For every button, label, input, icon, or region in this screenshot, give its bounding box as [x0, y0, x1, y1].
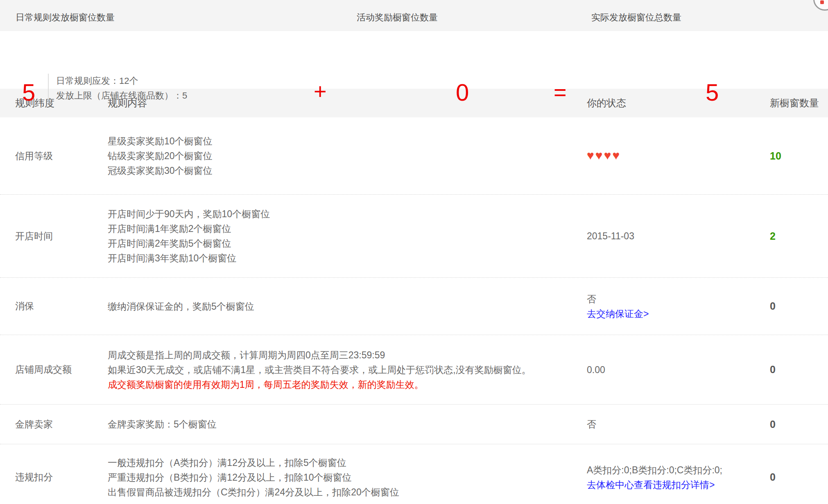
rule-content-line: 冠级卖家奖励30个橱窗位	[108, 163, 587, 178]
activity-reward-count-value: 0	[456, 81, 469, 104]
plus-sign: +	[314, 80, 327, 102]
rule-content-line: 开店时间少于90天内，奖励10个橱窗位	[108, 207, 587, 221]
daily-rule-due-line: 日常规则应发：12个	[56, 74, 187, 88]
rule-dimension: 金牌卖家	[0, 418, 108, 431]
rule-content: 一般违规扣分（A类扣分）满12分及以上，扣除5个橱窗位 严重违规扣分（B类扣分）…	[108, 455, 587, 500]
rule-content-line: 一般违规扣分（A类扣分）满12分及以上，扣除5个橱窗位	[108, 455, 587, 470]
new-window-count: 0	[770, 418, 828, 430]
rule-content: 缴纳消保保证金的，奖励5个橱窗位	[108, 299, 587, 314]
equals-sign: =	[554, 81, 567, 103]
rule-dimension: 信用等级	[0, 150, 108, 162]
rule-content: 星级卖家奖励10个橱窗位 钻级卖家奖励20个橱窗位 冠级卖家奖励30个橱窗位	[108, 134, 587, 178]
quota-formula-row: 5 日常规则应发：12个 发放上限（店铺在线商品数）：5 + 0 = 5	[0, 31, 828, 89]
rule-content-line: 出售假冒商品被违规扣分（C类扣分）满24分及以上，扣除20个橱窗位	[108, 485, 587, 500]
rule-content-line: 钻级卖家奖励20个橱窗位	[108, 148, 587, 163]
rule-content: 金牌卖家奖励：5个橱窗位	[108, 417, 587, 432]
table-row-gold-seller: 金牌卖家 金牌卖家奖励：5个橱窗位 否 0	[0, 404, 828, 444]
status-cell: A类扣分:0;B类扣分:0;C类扣分:0; 去体检中心查看违规扣分详情>	[587, 463, 770, 492]
status-cell: ♥♥♥♥	[587, 148, 770, 164]
rule-content-line: 开店时间满2年奖励5个橱窗位	[108, 236, 587, 251]
open-date-value: 2015-11-03	[587, 231, 634, 241]
table-row-violation-points: 违规扣分 一般违规扣分（A类扣分）满12分及以上，扣除5个橱窗位 严重违规扣分（…	[0, 444, 828, 504]
health-center-detail-link[interactable]: 去体检中心查看违规扣分详情>	[587, 477, 715, 492]
new-window-count: 0	[770, 471, 828, 483]
status-cell: 2015-11-03	[587, 229, 770, 243]
status-text: 否	[587, 419, 596, 430]
rule-content: 开店时间少于90天内，奖励10个橱窗位 开店时间满1年奖励2个橱窗位 开店时间满…	[108, 207, 587, 266]
daily-rule-cap-line: 发放上限（店铺在线商品数）：5	[56, 88, 187, 103]
status-cell: 否	[587, 417, 770, 432]
total-count-label: 实际发放橱窗位总数量	[591, 11, 681, 24]
turnover-value: 0.00	[587, 364, 605, 375]
table-row-weekly-turnover: 店铺周成交额 周成交额是指上周的周成交额，计算周期为周四0点至周三23:59:5…	[0, 335, 828, 404]
rule-dimension: 店铺周成交额	[0, 363, 108, 376]
rule-content-warning-line: 成交额奖励橱窗的使用有效期为1周，每周五老的奖励失效，新的奖励生效。	[108, 377, 587, 392]
new-window-count: 0	[770, 300, 828, 312]
rule-content-line: 如果近30天无成交，或店铺不满1星，或主营类目不符合要求，或上周处于惩罚状态,没…	[108, 362, 587, 377]
pay-deposit-link[interactable]: 去交纳保证金>	[587, 306, 649, 321]
status-text: 否	[587, 292, 770, 306]
table-row-consumer-protection: 消保 缴纳消保保证金的，奖励5个橱窗位 否 去交纳保证金> 0	[0, 277, 828, 335]
summary-header-bar: 日常规则发放橱窗位数量 活动奖励橱窗位数量 实际发放橱窗位总数量	[0, 0, 828, 31]
header-your-status: 你的状态	[587, 97, 770, 110]
rule-content: 周成交额是指上周的周成交额，计算周期为周四0点至周三23:59:59 如果近30…	[108, 348, 587, 392]
rule-dimension: 消保	[0, 300, 108, 313]
vertical-divider	[48, 74, 49, 103]
activity-reward-count-label: 活动奖励橱窗位数量	[357, 11, 438, 24]
violation-points-summary: A类扣分:0;B类扣分:0;C类扣分:0;	[587, 463, 770, 477]
daily-rule-count-label: 日常规则发放橱窗位数量	[16, 11, 115, 24]
daily-rule-count-value: 5	[22, 81, 35, 104]
table-row-open-time: 开店时间 开店时间少于90天内，奖励10个橱窗位 开店时间满1年奖励2个橱窗位 …	[0, 194, 828, 277]
rule-dimension: 违规扣分	[0, 471, 108, 484]
header-new-window-count: 新橱窗数量	[770, 97, 828, 110]
rule-content-line: 开店时间满1年奖励2个橱窗位	[108, 221, 587, 236]
daily-rule-detail: 日常规则应发：12个 发放上限（店铺在线商品数）：5	[56, 74, 187, 103]
rule-content-line: 金牌卖家奖励：5个橱窗位	[108, 417, 587, 432]
rule-dimension: 开店时间	[0, 230, 108, 243]
total-count-value: 5	[706, 81, 719, 104]
credit-hearts-icon: ♥♥♥♥	[587, 148, 621, 162]
rule-content-line: 开店时间满3年奖励10个橱窗位	[108, 251, 587, 266]
rule-content-line: 星级卖家奖励10个橱窗位	[108, 134, 587, 148]
new-window-count: 2	[770, 230, 828, 242]
status-cell: 否 去交纳保证金>	[587, 292, 770, 321]
status-cell: 0.00	[587, 362, 770, 377]
table-row-credit-level: 信用等级 星级卖家奖励10个橱窗位 钻级卖家奖励20个橱窗位 冠级卖家奖励30个…	[0, 117, 828, 194]
rule-content-line: 严重违规扣分（B类扣分）满12分及以上，扣除10个橱窗位	[108, 470, 587, 485]
rule-content-line: 周成交额是指上周的周成交额，计算周期为周四0点至周三23:59:59	[108, 348, 587, 362]
new-window-count: 10	[770, 150, 828, 162]
new-window-count: 0	[770, 364, 828, 376]
corner-badge-dot-icon	[820, 0, 824, 4]
rule-content-line: 缴纳消保保证金的，奖励5个橱窗位	[108, 299, 587, 314]
